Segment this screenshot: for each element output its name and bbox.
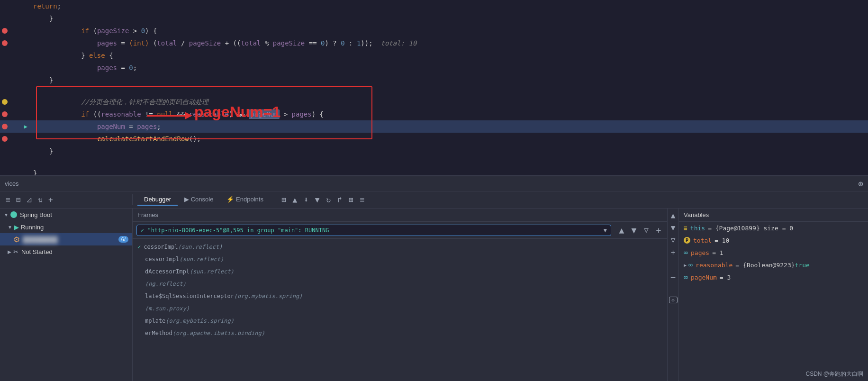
frame-text-4: late$SqlSessionInterceptor	[145, 293, 234, 299]
ctrl-down[interactable]: ▼	[669, 223, 678, 232]
breakpoint-dot-yellow	[2, 99, 8, 105]
var-inf-icon-2: ∞	[688, 261, 693, 269]
var-value-this: = {Page@10899} size = 0	[708, 225, 793, 232]
var-value-pagenum: = 3	[720, 274, 731, 281]
frame-item-4[interactable]: late$SqlSessionInterceptor (org.mybatis.…	[133, 290, 667, 302]
debugger-body: ▼ Spring Boot ▼ ▶ Running ⚙ ████████ 6/ …	[0, 209, 868, 381]
frame-item-1[interactable]: cessorImpl (sun.reflect)	[133, 253, 667, 265]
running-arrow: ▼	[8, 225, 12, 230]
var-item-total[interactable]: P total = 10	[679, 234, 868, 246]
frame-item-3[interactable]: (ng.reflect)	[133, 278, 667, 290]
var-inf-icon-3: ∞	[684, 273, 688, 281]
var-value-total: = 10	[714, 237, 729, 244]
frame-down-btn[interactable]: ▼	[629, 226, 639, 235]
variables-label: Variables	[684, 211, 709, 218]
var-name-reasonable: reasonable	[696, 262, 732, 269]
thread-icon: ⚙	[13, 235, 20, 244]
frame-check-selector: ✓ "http-nio-8086-exec-5"@8,595 in group …	[141, 227, 329, 234]
var-name-total: total	[693, 237, 712, 244]
more-icon[interactable]: ≡	[358, 194, 366, 205]
var-expand-arrow: ▶	[684, 263, 687, 268]
ctrl-filter[interactable]: ▽	[669, 235, 678, 245]
frame-pkg-6: (org.mybatis.spring)	[165, 318, 234, 324]
debugger-panel: vices ⊕ ≡ ⊟ ⊿ ⇅ + Debugger ▶ Console ⚡ E	[0, 175, 868, 381]
var-value-pages: = 1	[712, 249, 723, 256]
frames-panel: Frames ✓ "http-nio-8086-exec-5"@8,595 in…	[133, 209, 667, 381]
var-p-icon: P	[684, 237, 690, 244]
ctrl-add[interactable]: +	[669, 247, 678, 257]
frame-pkg-7: (org.apache.ibatis.binding)	[172, 330, 265, 336]
breakpoint-dot-5	[2, 136, 8, 142]
frame-text-1: cessorImpl	[145, 256, 179, 263]
frame-item-7[interactable]: erMethod (org.apache.ibatis.binding)	[133, 327, 667, 339]
panel-title-text: vices	[5, 180, 19, 187]
frame-pkg-2: (sun.reflect)	[190, 268, 234, 275]
add-button[interactable]: ⊕	[858, 179, 863, 189]
frame-selector[interactable]: ✓ "http-nio-8086-exec-5"@8,595 in group …	[136, 225, 611, 236]
sort-icon[interactable]: ⇅	[37, 194, 44, 205]
code-line-calculate: calculateStartAndEndRow();	[0, 133, 868, 145]
code-line-pages-zero: pages = 0;	[0, 62, 868, 74]
endpoints-icon: ⚡	[226, 196, 236, 203]
ctrl-minus[interactable]: —	[669, 272, 678, 281]
var-inf-icon: ∞	[684, 248, 688, 257]
not-started-label: Not Started	[21, 248, 53, 255]
frame-item-5[interactable]: (m.sun.proxy)	[133, 302, 667, 315]
code-line-return: return;	[0, 0, 868, 12]
tab-debugger[interactable]: Debugger	[137, 194, 178, 206]
frame-text-5: (m.sun.proxy)	[145, 305, 190, 312]
tree-item-not-started[interactable]: ▶ ✂ Not Started	[0, 245, 132, 258]
spring-icon	[10, 211, 17, 218]
debug-controls: ⊞ ▲ ⬇ ▼ ↻ ↱ ⊞ ≡	[280, 194, 366, 205]
align-left-icon[interactable]: ≡	[5, 194, 11, 205]
var-item-this[interactable]: ≡ this = {Page@10899} size = 0	[679, 222, 868, 234]
var-item-pagenum[interactable]: ∞ pageNum = 3	[679, 271, 868, 283]
spring-boot-label: Spring Boot	[20, 211, 52, 218]
plus-icon[interactable]: +	[47, 194, 54, 205]
watermark: CSDN @奔跑的大白啊	[805, 370, 863, 378]
variables-header: Variables	[679, 209, 868, 222]
var-item-reasonable[interactable]: ▶ ∞ reasonable = {Boolean@9223} true	[679, 259, 868, 271]
table-icon[interactable]: ⊞	[347, 194, 355, 205]
run-icon: ▶	[14, 224, 19, 231]
tree-item-springboot[interactable]: ▼ Spring Boot	[0, 209, 132, 221]
scissors-icon: ✂	[13, 248, 18, 255]
tab-endpoints[interactable]: ⚡ Endpoints	[220, 194, 270, 206]
breakpoint-dot-2	[2, 40, 8, 46]
restore-icon[interactable]: ⊞	[280, 194, 288, 205]
ctrl-up[interactable]: ▲	[669, 210, 678, 220]
down-load-icon[interactable]: ⬇	[302, 194, 310, 205]
var-item-pages[interactable]: ∞ pages = 1	[679, 246, 868, 259]
frames-list[interactable]: ✓ cessorImpl (sun.reflect) cessorImpl (s…	[133, 239, 667, 381]
frame-item-6[interactable]: mplate (org.mybatis.spring)	[133, 315, 667, 327]
down-arrow-icon[interactable]: ▼	[313, 194, 322, 205]
align-icon2[interactable]: ⊟	[15, 194, 22, 205]
frames-header: Frames	[133, 209, 667, 222]
breakpoint-dot	[2, 28, 8, 34]
var-name-pages: pages	[691, 249, 709, 256]
not-started-arrow: ▶	[8, 249, 11, 254]
var-eq-icon: ≡	[684, 225, 687, 232]
code-line-blank2	[0, 157, 868, 167]
tree-item-thread[interactable]: ⚙ ████████ 6/	[0, 233, 132, 245]
frame-up-btn[interactable]: ▲	[617, 226, 626, 235]
step-out-icon[interactable]: ↱	[335, 194, 344, 205]
ctrl-inf-box[interactable]: ∞	[669, 297, 678, 303]
code-line-close4: }	[0, 167, 868, 175]
frame-item-0[interactable]: ✓ cessorImpl (sun.reflect)	[133, 241, 667, 253]
filter-icon[interactable]: ⊿	[25, 194, 33, 205]
frame-filter-btn[interactable]: ▽	[642, 226, 651, 235]
frame-text-7: erMethod	[145, 330, 172, 336]
frame-add-btn[interactable]: +	[654, 226, 663, 235]
ctrl-inf-icon: ∞	[671, 298, 674, 303]
breakpoint-dot-3	[2, 111, 8, 117]
up-arrow-icon[interactable]: ▲	[291, 194, 299, 205]
var-value-reasonable: = {Boolean@9223}	[735, 262, 795, 269]
var-name-this: this	[690, 225, 705, 232]
frame-item-2[interactable]: dAccessorImpl (sun.reflect)	[133, 265, 667, 278]
step-icon[interactable]: ↻	[324, 194, 333, 205]
tab-console[interactable]: ▶ Console	[178, 194, 220, 206]
left-panel: ▼ Spring Boot ▼ ▶ Running ⚙ ████████ 6/ …	[0, 209, 133, 381]
tree-item-running[interactable]: ▼ ▶ Running	[0, 221, 132, 233]
debugger-toolbar-right: Debugger ▶ Console ⚡ Endpoints ⊞ ▲ ⬇ ▼ ↻…	[133, 194, 868, 206]
